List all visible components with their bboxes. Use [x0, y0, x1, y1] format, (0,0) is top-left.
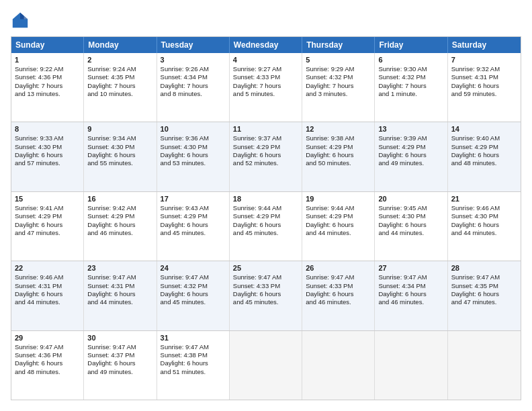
- cell-info-line: Daylight: 6 hours: [161, 359, 226, 367]
- day-cell-2: 2Sunrise: 9:24 AMSunset: 4:35 PMDaylight…: [84, 53, 157, 122]
- cell-info-line: Sunset: 4:35 PM: [87, 73, 152, 81]
- day-number: 12: [306, 125, 371, 133]
- cell-info-line: Sunrise: 9:27 AM: [233, 65, 298, 73]
- cell-info-line: Sunset: 4:32 PM: [161, 282, 226, 290]
- cell-info-line: Sunset: 4:33 PM: [306, 282, 371, 290]
- cell-info-line: Daylight: 6 hours: [451, 82, 517, 90]
- cell-info-line: and 49 minutes.: [378, 159, 443, 167]
- cell-info-line: and 47 minutes.: [15, 229, 80, 237]
- day-cell-13: 13Sunrise: 9:39 AMSunset: 4:29 PMDayligh…: [375, 122, 447, 191]
- day-number: 23: [87, 264, 152, 272]
- day-number: 19: [306, 195, 371, 203]
- cell-info-line: Daylight: 6 hours: [233, 151, 298, 159]
- cell-info-line: Sunrise: 9:44 AM: [306, 204, 371, 212]
- day-cell-5: 5Sunrise: 9:29 AMSunset: 4:32 PMDaylight…: [302, 53, 375, 122]
- header-day-monday: Monday: [84, 37, 157, 53]
- cell-info-line: Daylight: 6 hours: [15, 221, 80, 229]
- cell-info-line: Sunrise: 9:39 AM: [378, 134, 443, 142]
- cell-info-line: Sunrise: 9:47 AM: [15, 343, 80, 351]
- cell-info-line: and 10 minutes.: [87, 90, 152, 98]
- cell-info-line: Sunrise: 9:47 AM: [378, 273, 443, 281]
- cell-info-line: Sunrise: 9:43 AM: [161, 204, 226, 212]
- day-cell-20: 20Sunrise: 9:45 AMSunset: 4:30 PMDayligh…: [375, 192, 447, 261]
- day-number: 13: [378, 125, 443, 133]
- day-number: 25: [233, 264, 298, 272]
- cell-info-line: and 52 minutes.: [233, 159, 298, 167]
- cell-info-line: and 45 minutes.: [161, 229, 226, 237]
- day-number: 22: [15, 264, 80, 272]
- day-number: 26: [306, 264, 371, 272]
- day-cell-21: 21Sunrise: 9:46 AMSunset: 4:30 PMDayligh…: [448, 192, 521, 261]
- cell-info-line: and 48 minutes.: [451, 159, 517, 167]
- empty-cell-4-6: [448, 331, 521, 400]
- day-cell-8: 8Sunrise: 9:33 AMSunset: 4:30 PMDaylight…: [11, 122, 84, 191]
- cell-info-line: Sunset: 4:29 PM: [87, 212, 152, 220]
- cell-info-line: Daylight: 6 hours: [87, 359, 152, 367]
- day-number: 4: [233, 56, 298, 64]
- cell-info-line: Sunrise: 9:22 AM: [15, 65, 80, 73]
- day-number: 18: [233, 195, 298, 203]
- cell-info-line: Sunrise: 9:47 AM: [451, 273, 517, 281]
- day-number: 31: [161, 334, 226, 342]
- day-cell-24: 24Sunrise: 9:47 AMSunset: 4:32 PMDayligh…: [157, 261, 230, 330]
- calendar: SundayMondayTuesdayWednesdayThursdayFrid…: [11, 36, 521, 400]
- cell-info-line: Sunset: 4:29 PM: [15, 212, 80, 220]
- cell-info-line: Sunset: 4:29 PM: [161, 212, 226, 220]
- cell-info-line: Sunrise: 9:26 AM: [161, 65, 226, 73]
- cell-info-line: Sunset: 4:34 PM: [161, 73, 226, 81]
- header-day-tuesday: Tuesday: [157, 37, 230, 53]
- cell-info-line: Daylight: 7 hours: [87, 82, 152, 90]
- cell-info-line: Daylight: 6 hours: [451, 221, 517, 229]
- cell-info-line: and 57 minutes.: [15, 159, 80, 167]
- cell-info-line: Sunrise: 9:38 AM: [306, 134, 371, 142]
- cell-info-line: Daylight: 6 hours: [233, 221, 298, 229]
- cell-info-line: Daylight: 6 hours: [233, 290, 298, 298]
- day-cell-22: 22Sunrise: 9:46 AMSunset: 4:31 PMDayligh…: [11, 261, 84, 330]
- cell-info-line: Sunset: 4:29 PM: [378, 143, 443, 151]
- cell-info-line: Sunset: 4:30 PM: [451, 212, 517, 220]
- cell-info-line: and 48 minutes.: [15, 368, 80, 376]
- cell-info-line: Daylight: 7 hours: [378, 82, 443, 90]
- cell-info-line: and 45 minutes.: [233, 229, 298, 237]
- day-cell-19: 19Sunrise: 9:44 AMSunset: 4:29 PMDayligh…: [302, 192, 375, 261]
- cell-info-line: and 51 minutes.: [161, 368, 226, 376]
- cell-info-line: and 13 minutes.: [15, 90, 80, 98]
- cell-info-line: Daylight: 6 hours: [378, 221, 443, 229]
- cell-info-line: and 59 minutes.: [451, 90, 517, 98]
- cell-info-line: and 46 minutes.: [306, 298, 371, 306]
- header-day-friday: Friday: [375, 37, 447, 53]
- day-number: 29: [15, 334, 80, 342]
- cell-info-line: Sunrise: 9:46 AM: [15, 273, 80, 281]
- day-number: 27: [378, 264, 443, 272]
- calendar-row-5: 29Sunrise: 9:47 AMSunset: 4:36 PMDayligh…: [11, 330, 521, 400]
- cell-info-line: Sunset: 4:35 PM: [451, 282, 517, 290]
- cell-info-line: Sunrise: 9:45 AM: [378, 204, 443, 212]
- day-cell-18: 18Sunrise: 9:44 AMSunset: 4:29 PMDayligh…: [230, 192, 302, 261]
- page: SundayMondayTuesdayWednesdayThursdayFrid…: [0, 0, 532, 411]
- day-cell-27: 27Sunrise: 9:47 AMSunset: 4:34 PMDayligh…: [375, 261, 447, 330]
- day-number: 10: [161, 125, 226, 133]
- cell-info-line: Daylight: 6 hours: [87, 151, 152, 159]
- calendar-row-2: 8Sunrise: 9:33 AMSunset: 4:30 PMDaylight…: [11, 122, 521, 191]
- day-cell-15: 15Sunrise: 9:41 AMSunset: 4:29 PMDayligh…: [11, 192, 84, 261]
- cell-info-line: Sunset: 4:29 PM: [306, 212, 371, 220]
- cell-info-line: and 1 minute.: [378, 90, 443, 98]
- cell-info-line: Sunset: 4:36 PM: [15, 351, 80, 359]
- cell-info-line: Daylight: 6 hours: [378, 151, 443, 159]
- header-day-sunday: Sunday: [11, 37, 84, 53]
- cell-info-line: and 44 minutes.: [15, 298, 80, 306]
- cell-info-line: and 3 minutes.: [306, 90, 371, 98]
- cell-info-line: Daylight: 6 hours: [161, 290, 226, 298]
- day-cell-1: 1Sunrise: 9:22 AMSunset: 4:36 PMDaylight…: [11, 53, 84, 122]
- cell-info-line: Sunrise: 9:42 AM: [87, 204, 152, 212]
- logo-icon: [11, 11, 30, 30]
- day-number: 28: [451, 264, 517, 272]
- day-cell-30: 30Sunrise: 9:47 AMSunset: 4:37 PMDayligh…: [84, 331, 157, 400]
- day-number: 17: [161, 195, 226, 203]
- cell-info-line: Sunset: 4:30 PM: [15, 143, 80, 151]
- day-number: 3: [161, 56, 226, 64]
- cell-info-line: and 55 minutes.: [87, 159, 152, 167]
- header: [11, 11, 521, 30]
- day-cell-23: 23Sunrise: 9:47 AMSunset: 4:31 PMDayligh…: [84, 261, 157, 330]
- logo: [11, 11, 32, 30]
